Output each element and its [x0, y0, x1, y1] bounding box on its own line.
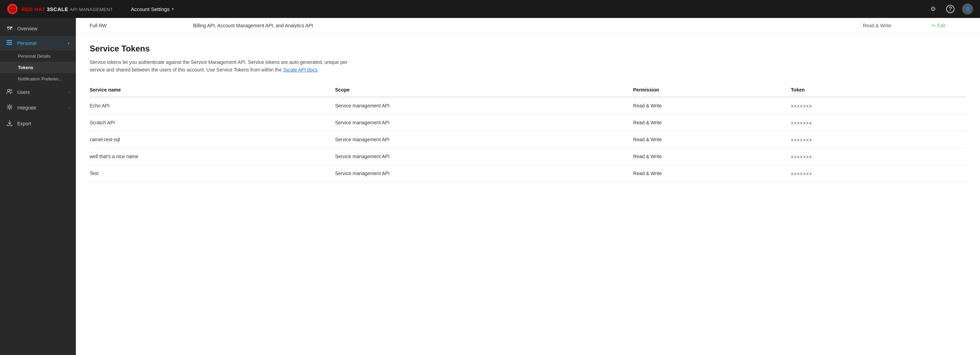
- sidebar-item-integrate[interactable]: Integrate ›: [0, 100, 76, 116]
- row-3-token: xxxxxxx: [791, 148, 966, 165]
- row-0-scope: Service management API: [335, 97, 633, 114]
- sidebar-item-tokens[interactable]: Tokens: [0, 62, 76, 73]
- service-tokens-section: Service Tokens Service tokens let you au…: [76, 34, 980, 196]
- pencil-icon: ✏: [932, 23, 936, 28]
- brand-subtitle: API MANAGEMENT: [70, 7, 113, 12]
- main-content: Full RW Billing API, Account Management …: [76, 18, 980, 355]
- full-rw-permission: Read & Write: [863, 23, 932, 28]
- table-row: camel-rest-sql Service management API Re…: [90, 131, 966, 148]
- sidebar-item-personal-details[interactable]: Personal Details: [0, 50, 76, 62]
- personal-icon: [6, 40, 13, 46]
- row-0-token: xxxxxxx: [791, 97, 966, 114]
- help-icon-button[interactable]: ?: [945, 3, 956, 14]
- redhat-logo-icon: [9, 5, 16, 13]
- row-1-scope: Service management API: [335, 114, 633, 131]
- brand-logo: [7, 3, 18, 14]
- svg-rect-4: [6, 42, 12, 43]
- row-4-scope: Service management API: [335, 165, 633, 182]
- full-rw-scope: Billing API, Account Management API, and…: [193, 23, 863, 28]
- row-2-scope: Service management API: [335, 131, 633, 148]
- table-row: Test Service management API Read & Write…: [90, 165, 966, 182]
- svg-point-2: [10, 8, 15, 11]
- svg-point-1: [10, 9, 14, 11]
- svg-point-0: [9, 6, 16, 13]
- service-tokens-description: Service tokens let you authenticate agai…: [90, 58, 359, 74]
- brand-3scale: 3SCALE: [47, 6, 68, 12]
- main-layout: 🗺 Overview Personal ▾ Personal Details T…: [0, 18, 980, 355]
- users-chevron-icon: ›: [68, 90, 70, 94]
- account-settings-label: Account Settings: [131, 6, 170, 12]
- sidebar-item-users-label: Users: [17, 90, 30, 95]
- map-icon: 🗺: [6, 26, 13, 32]
- svg-point-7: [10, 90, 12, 91]
- full-rw-action: ✏ Edit: [932, 23, 966, 28]
- row-1-token: xxxxxxx: [791, 114, 966, 131]
- personal-chevron-icon: ▾: [68, 41, 70, 46]
- table-body: Echo API Service management API Read & W…: [90, 97, 966, 182]
- svg-point-6: [8, 90, 10, 92]
- row-1-name: Scratch API: [90, 114, 335, 131]
- settings-icon-button[interactable]: ⚙: [928, 3, 939, 14]
- token-value: xxxxxxx: [791, 103, 812, 109]
- personal-submenu: Personal Details Tokens Notification Pre…: [0, 50, 76, 85]
- table-header: Service name Scope Permission Token: [90, 83, 966, 97]
- full-rw-name: Full RW: [90, 23, 193, 28]
- col-header-scope: Scope: [335, 83, 633, 97]
- svg-point-8: [9, 106, 11, 108]
- gear-integrate-icon: [6, 104, 13, 110]
- row-4-name: Test: [90, 165, 335, 182]
- sidebar-item-personal-label: Personal: [17, 40, 36, 46]
- download-export-icon: [7, 120, 13, 126]
- edit-label: Edit: [937, 23, 945, 28]
- svg-rect-3: [6, 40, 12, 41]
- row-4-token: xxxxxxx: [791, 165, 966, 182]
- brand-name: RED HAT 3SCALE API MANAGEMENT: [21, 6, 113, 12]
- row-2-permission: Read & Write: [633, 131, 791, 148]
- sidebar-item-export[interactable]: Export: [0, 116, 76, 131]
- row-2-name: camel-rest-sql: [90, 131, 335, 148]
- sidebar-item-integrate-label: Integrate: [17, 105, 36, 110]
- row-3-permission: Read & Write: [633, 148, 791, 165]
- service-tokens-title: Service Tokens: [90, 44, 966, 54]
- integrate-icon: [6, 104, 13, 112]
- sidebar-item-personal[interactable]: Personal ▾: [0, 36, 76, 50]
- table-row: Echo API Service management API Read & W…: [90, 97, 966, 114]
- sidebar: 🗺 Overview Personal ▾ Personal Details T…: [0, 18, 76, 355]
- row-2-token: xxxxxxx: [791, 131, 966, 148]
- svg-rect-5: [6, 44, 12, 45]
- integrate-chevron-icon: ›: [68, 106, 70, 110]
- user-avatar[interactable]: 👤: [962, 3, 973, 14]
- full-rw-edit-link[interactable]: ✏ Edit: [932, 23, 966, 28]
- gear-icon: ⚙: [930, 5, 936, 13]
- row-4-permission: Read & Write: [633, 165, 791, 182]
- row-3-name: well that's a nice name: [90, 148, 335, 165]
- row-3-scope: Service management API: [335, 148, 633, 165]
- account-settings-dropdown[interactable]: Account Settings ▾: [127, 4, 178, 14]
- question-mark-icon: ?: [946, 5, 955, 13]
- sidebar-item-users[interactable]: Users ›: [0, 85, 76, 100]
- api-docs-link[interactable]: 3scale API docs: [283, 67, 318, 72]
- row-0-permission: Read & Write: [633, 97, 791, 114]
- users-icon: [6, 89, 13, 96]
- description-text-2: .: [317, 67, 319, 72]
- top-navigation: RED HAT 3SCALE API MANAGEMENT Account Se…: [0, 0, 980, 18]
- export-icon: [6, 120, 13, 128]
- sidebar-item-notification-prefs[interactable]: Notification Preferen...: [0, 73, 76, 85]
- token-value: xxxxxxx: [791, 137, 812, 142]
- brand-logo-area: RED HAT 3SCALE API MANAGEMENT: [7, 3, 113, 14]
- full-rw-row: Full RW Billing API, Account Management …: [76, 18, 980, 34]
- user-icon: 👤: [965, 6, 971, 12]
- table-row: well that's a nice name Service manageme…: [90, 148, 966, 165]
- nav-icon-group: ⚙ ? 👤: [928, 3, 973, 14]
- personal-list-icon: [6, 40, 13, 45]
- sidebar-item-overview-label: Overview: [17, 26, 37, 32]
- table-header-row: Service name Scope Permission Token: [90, 83, 966, 97]
- row-0-name: Echo API: [90, 97, 335, 114]
- token-value: xxxxxxx: [791, 120, 812, 125]
- sidebar-item-overview[interactable]: 🗺 Overview: [0, 21, 76, 36]
- dropdown-chevron-icon: ▾: [172, 6, 174, 11]
- col-header-token: Token: [791, 83, 966, 97]
- token-value: xxxxxxx: [791, 171, 812, 176]
- service-tokens-table: Service name Scope Permission Token Echo…: [90, 83, 966, 182]
- col-header-service-name: Service name: [90, 83, 335, 97]
